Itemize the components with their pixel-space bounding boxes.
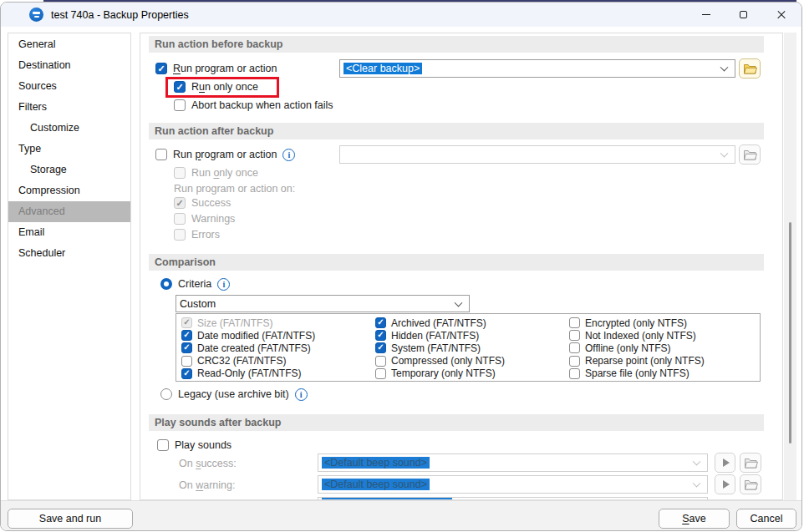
checkbox-icon — [375, 368, 386, 379]
sidebar-item-storage[interactable]: Storage — [8, 160, 130, 180]
before-action-combo[interactable]: <Clear backup> — [339, 59, 735, 78]
on-warning-sound-combo[interactable]: <Default beep sound> — [318, 475, 708, 494]
checkbox-label: Reparse point (only NTFS) — [585, 355, 705, 367]
run-only-once-before-checkbox[interactable]: Run only once — [174, 79, 258, 94]
criteria-reparse-point[interactable]: Reparse point (only NTFS) — [569, 355, 705, 367]
minimize-icon — [702, 14, 710, 15]
criteria-date-created[interactable]: Date created (FAT/NTFS) — [181, 342, 315, 354]
info-icon[interactable] — [282, 149, 295, 161]
play-warning-sound-button[interactable] — [715, 474, 735, 494]
scrollbar-thumb[interactable] — [789, 222, 791, 443]
criteria-radio[interactable]: Criteria — [160, 276, 230, 291]
cancel-button[interactable]: Cancel — [736, 509, 796, 529]
sidebar-item-customize[interactable]: Customize — [8, 118, 130, 139]
checkbox-label: Temporary (only NTFS) — [391, 367, 496, 379]
criteria-compressed[interactable]: Compressed (only NTFS) — [375, 355, 505, 367]
checkbox-icon — [157, 439, 169, 451]
scrollbar[interactable] — [784, 33, 796, 500]
title-bar[interactable]: test 740a - Backup Properties — [1, 3, 801, 27]
criteria-hidden[interactable]: Hidden (FAT/NTFS) — [375, 329, 505, 342]
maximize-button[interactable] — [725, 3, 762, 27]
checkbox-label: Read-Only (FAT/NTFS) — [197, 367, 301, 379]
run-program-before-checkbox[interactable]: Run program or action — [155, 61, 277, 76]
browse-success-sound-button[interactable] — [740, 453, 761, 473]
sidebar-item-compression[interactable]: Compression — [8, 180, 130, 201]
criteria-temporary[interactable]: Temporary (only NTFS) — [375, 367, 505, 380]
criteria-column-2: Archived (FAT/NTFS) Hidden (FAT/NTFS) Sy… — [375, 317, 505, 380]
criteria-not-indexed[interactable]: Not Indexed (only NTFS) — [569, 329, 705, 342]
checkbox-label: Date created (FAT/NTFS) — [197, 342, 311, 354]
minimize-button[interactable] — [687, 3, 725, 27]
checkbox-icon — [181, 368, 192, 379]
checkbox-label: Archived (FAT/NTFS) — [391, 317, 486, 329]
criteria-preset-combo[interactable]: Custom — [176, 295, 470, 312]
abort-backup-checkbox[interactable]: Abort backup when action fails — [174, 98, 333, 113]
section-header-comparison: Comparison — [149, 254, 764, 271]
checkbox-icon — [569, 342, 580, 353]
close-button[interactable] — [762, 3, 800, 27]
criteria-offline[interactable]: Offline (only NTFS) — [569, 342, 705, 354]
run-only-once-after-checkbox[interactable]: Run only once — [174, 165, 258, 180]
combo-selected-value: <Default beep sound> — [322, 457, 430, 469]
sidebar-item-advanced[interactable]: Advanced — [8, 201, 130, 222]
checkbox-icon — [375, 342, 386, 353]
browse-before-action-button[interactable] — [739, 58, 761, 79]
criteria-encrypted[interactable]: Encrypted (only NTFS) — [569, 317, 705, 329]
checkbox-label: Run program or action — [173, 149, 277, 160]
checkbox-icon — [375, 356, 386, 367]
checkbox-label: Warnings — [191, 213, 235, 225]
criteria-read-only[interactable]: Read-Only (FAT/NTFS) — [181, 367, 315, 380]
save-and-run-button[interactable]: Save and run — [8, 509, 133, 529]
play-sounds-checkbox[interactable]: Play sounds — [157, 438, 232, 453]
criteria-system[interactable]: System (FAT/NTFS) — [375, 342, 505, 354]
sidebar-item-destination[interactable]: Destination — [8, 55, 130, 76]
app-icon — [29, 8, 43, 22]
combo-value: Custom — [180, 298, 216, 310]
checkbox-label: Sparse file (only NTFS) — [585, 367, 690, 379]
checkbox-label: Errors — [191, 229, 220, 241]
checkbox-label: Compressed (only NTFS) — [391, 355, 505, 367]
browse-after-action-button[interactable] — [739, 144, 761, 165]
section-header-play-sounds: Play sounds after backup — [149, 414, 764, 431]
errors-checkbox[interactable]: Errors — [174, 227, 220, 242]
label-text: On success: — [179, 458, 237, 469]
run-program-after-checkbox[interactable]: Run program or action — [155, 147, 295, 162]
on-success-sound-combo[interactable]: <Default beep sound> — [318, 453, 708, 472]
radio-label: Legacy (use archive bit) — [178, 388, 289, 400]
checkbox-label: Offline (only NTFS) — [585, 342, 670, 354]
checkbox-icon — [155, 149, 167, 160]
radio-icon — [160, 278, 172, 290]
save-button[interactable]: Save — [659, 509, 730, 529]
sidebar: General Destination Sources Filters Cust… — [8, 33, 131, 500]
browse-warning-sound-button[interactable] — [740, 474, 761, 494]
play-success-sound-button[interactable] — [715, 453, 735, 473]
checkbox-icon — [174, 229, 186, 241]
backup-properties-window: test 740a - Backup Properties General De… — [0, 2, 802, 531]
criteria-size[interactable]: Size (FAT/NTFS) — [181, 317, 315, 329]
info-icon[interactable] — [295, 388, 308, 401]
info-icon[interactable] — [217, 278, 230, 291]
window-controls — [687, 3, 800, 27]
sidebar-item-sources[interactable]: Sources — [8, 76, 130, 97]
checkbox-icon — [181, 342, 192, 353]
sidebar-item-type[interactable]: Type — [8, 139, 130, 160]
checkbox-icon — [569, 317, 580, 328]
criteria-crc32[interactable]: CRC32 (FAT/NTFS) — [181, 355, 315, 367]
after-action-combo[interactable] — [339, 145, 735, 164]
checkbox-label: Date modified (FAT/NTFS) — [197, 330, 315, 342]
legacy-radio[interactable]: Legacy (use archive bit) — [160, 387, 308, 402]
sidebar-item-filters[interactable]: Filters — [8, 97, 130, 118]
criteria-date-modified[interactable]: Date modified (FAT/NTFS) — [181, 329, 315, 342]
run-program-on-label: Run program or action on: — [174, 183, 295, 195]
success-checkbox[interactable]: Success — [174, 195, 231, 210]
checkbox-label: Run only once — [191, 81, 258, 93]
sidebar-item-scheduler[interactable]: Scheduler — [8, 243, 130, 264]
warnings-checkbox[interactable]: Warnings — [174, 211, 235, 226]
checkbox-icon — [174, 81, 186, 93]
sidebar-item-email[interactable]: Email — [8, 222, 130, 243]
checkbox-label: Run program or action — [173, 63, 277, 74]
sidebar-item-general[interactable]: General — [8, 34, 130, 55]
criteria-archived[interactable]: Archived (FAT/NTFS) — [375, 317, 505, 329]
criteria-sparse-file[interactable]: Sparse file (only NTFS) — [569, 367, 705, 380]
play-icon — [723, 459, 730, 467]
